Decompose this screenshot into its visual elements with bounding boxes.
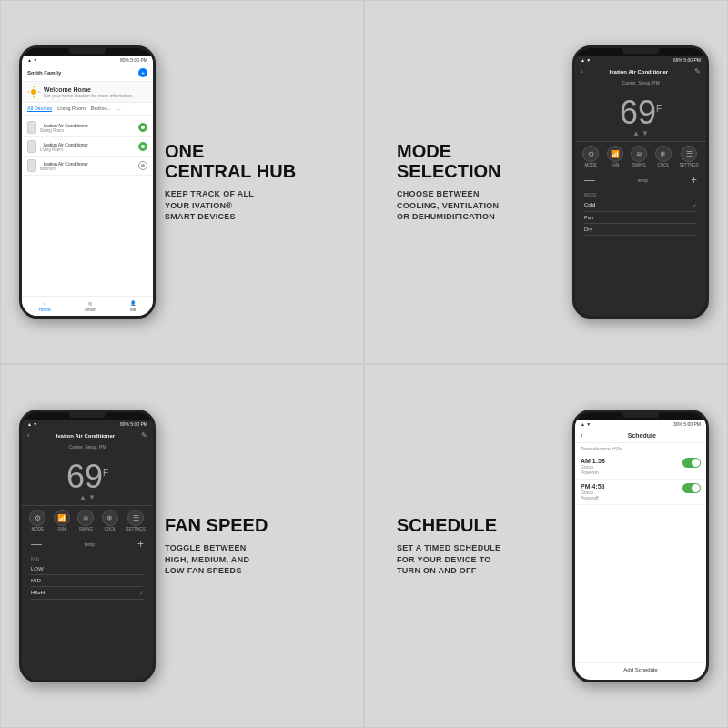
ctrl-fan-label-3: FAN (57, 527, 66, 531)
ctrl-fan-3[interactable]: 📶 FAN (54, 510, 70, 531)
fan-circle-3: 📶 (54, 510, 70, 526)
signal-icon-3: ▲ ▼ (27, 421, 37, 427)
fan-low[interactable]: LOW (31, 563, 144, 575)
power-btn-3[interactable] (138, 161, 147, 170)
sun-icon (27, 86, 40, 98)
schedule-time-2: PM 4:58 (581, 483, 604, 490)
ac-header-2: ‹ Ivation Air Conditioner ✎ (575, 65, 706, 78)
temp-unit-3: F (103, 468, 108, 478)
fan-high-label: HIGH (31, 590, 45, 596)
feature-desc-schedule: SET A TIMED SCHEDULEFOR YOUR DEVICE TOTU… (397, 542, 559, 577)
temp-adjust-row-3: — temp + (22, 535, 153, 553)
back-btn-3[interactable]: ‹ (27, 431, 30, 440)
tab-living-room[interactable]: Living Room (57, 106, 86, 112)
nav-me-label: Me (130, 307, 136, 312)
ctrl-cool-3[interactable]: ❄ COOL (102, 510, 118, 531)
schedule-toggle-1[interactable] (682, 458, 701, 468)
ctrl-mode[interactable]: ⚙ MODE (582, 146, 599, 167)
add-btn[interactable]: + (138, 68, 147, 77)
back-btn-4[interactable]: ‹ (581, 431, 583, 440)
svg-point-0 (31, 89, 36, 95)
tab-bedroom[interactable]: Bedroo... (91, 106, 111, 112)
mode-fan[interactable]: Fan (584, 212, 697, 224)
plus-btn-2[interactable]: + (691, 174, 697, 187)
mode-circle: ⚙ (582, 146, 599, 162)
nav-smart[interactable]: ◎ Smart (85, 300, 96, 312)
mode-dry[interactable]: Dry (584, 224, 697, 236)
tab-more[interactable]: ... (116, 106, 121, 112)
edit-btn-2[interactable]: ✎ (694, 67, 701, 76)
schedule-time-1: AM 1:58 (581, 458, 605, 464)
settings-circle-3: ☰ (127, 510, 144, 526)
device-item-3: Ivation Air Conditioner Bedroom (22, 157, 153, 176)
temp-value-2: 69F (620, 94, 662, 131)
back-btn-2[interactable]: ‹ (581, 67, 583, 76)
schedule-toggle-2[interactable] (682, 483, 701, 493)
battery-status-2: 69% 5:00 PM (673, 57, 701, 63)
device-list: Ivation Air Conditioner Dining Room Ivat… (22, 116, 153, 178)
smart-nav-icon: ◎ (88, 300, 92, 306)
schedule-action-2: Poweroff (581, 495, 604, 500)
minus-btn-2[interactable]: — (584, 174, 595, 187)
power-btn-1[interactable] (138, 123, 147, 132)
ctrl-settings-3[interactable]: ☰ SETTNGS (126, 510, 145, 531)
ac-title-3: Ivation Air Conditioner (56, 433, 115, 439)
mode-cold[interactable]: Cold ✓ (584, 199, 697, 212)
status-bar-3: ▲ ▼ 80% 5:00 PM (22, 420, 153, 429)
ac-icon-1 (27, 121, 36, 134)
nav-home[interactable]: ⌂ Home (38, 300, 50, 312)
ctrl-cool-label-3: COOL (105, 527, 116, 531)
ctrl-swing-3[interactable]: ≋ SWING (77, 510, 94, 531)
schedule-row-2: PM 4:58 Group Poweroff (581, 483, 701, 500)
mode-header-label: MODE (584, 193, 697, 197)
feature-title-schedule: SCHEDULE (397, 515, 559, 535)
plus-btn-3[interactable]: + (137, 538, 144, 551)
feature-title-hub: ONECENTRAL HUB (165, 141, 331, 181)
device-room-1: Dining Room (40, 128, 138, 133)
swing-circle: ≋ (631, 146, 647, 162)
mode-fan-label: Fan (584, 215, 593, 220)
screen-fan: ▲ ▼ 80% 5:00 PM ‹ Ivation Air Conditione… (22, 420, 153, 680)
ctrl-mode-3[interactable]: ⚙ MODE (29, 510, 46, 531)
schedule-subtitle: Time tolerance ±60s (575, 443, 706, 454)
ctrl-settings[interactable]: ☰ SETTNGS (679, 146, 698, 167)
nav-smart-label: Smart (85, 307, 96, 312)
feature-desc-fan: TOGGLE BETWEENHIGH, MEDIUM, ANDLOW FAN S… (165, 542, 331, 577)
minus-btn-3[interactable]: — (31, 538, 42, 551)
battery-status-3: 80% 5:00 PM (120, 421, 147, 427)
mode-circle-3: ⚙ (29, 510, 46, 526)
ctrl-swing-label-3: SWING (79, 527, 93, 531)
screen-schedule: ▲ ▼ 30% 5:00 PM ‹ Schedule Time toleranc… (575, 420, 706, 680)
ctrl-fan[interactable]: 📶 FAN (607, 146, 623, 167)
ac-header-3: ‹ Ivation Air Conditioner ✎ (22, 429, 153, 442)
welcome-text: Welcome Home Set your home location for … (44, 86, 134, 98)
power-btn-2[interactable] (138, 142, 147, 151)
ctrl-settings-label-3: SETTNGS (126, 527, 145, 531)
mode-list-2: MODE Cold ✓ Fan Dry (575, 189, 706, 239)
me-nav-icon: 👤 (130, 300, 136, 306)
device-room-2: Living Room (40, 147, 138, 152)
device-tabs: All Devices Living Room Bedroo... ... (22, 103, 153, 116)
fan-mid[interactable]: MID (31, 575, 144, 587)
temp-display-2: 69F ▲ ▼ (575, 87, 706, 141)
temp-adj-label-3: temp (85, 541, 95, 547)
device-room-3: Bedroom (40, 167, 138, 171)
nav-me[interactable]: 👤 Me (130, 300, 136, 312)
fan-mid-label: MID (31, 578, 41, 583)
ctrl-swing[interactable]: ≋ SWING (631, 146, 647, 167)
ctrl-cool[interactable]: ❄ COOL (655, 146, 672, 167)
network-icon: ▲ ▼ (27, 57, 37, 63)
status-bar-4: ▲ ▼ 30% 5:00 PM (575, 420, 706, 429)
edit-btn-3[interactable]: ✎ (141, 431, 147, 440)
tab-all-devices[interactable]: All Devices (27, 106, 52, 112)
feature-text-schedule: SCHEDULE SET A TIMED SCHEDULEFOR YOUR DE… (383, 501, 572, 591)
phone-2: ▲ ▼ 69% 5:00 PM ‹ Ivation Air Conditione… (572, 46, 709, 318)
battery-status-4: 30% 5:00 PM (673, 421, 701, 427)
schedule-row-1: AM 1:58 Group Poweron (581, 458, 701, 475)
fan-high[interactable]: HIGH ✓ (31, 587, 144, 600)
signal-icon-4: ▲ ▼ (581, 421, 591, 427)
temp-arrows-3: ▲ ▼ (22, 493, 153, 501)
add-schedule-btn[interactable]: Add Schedule (575, 662, 706, 672)
ctrl-fan-label: FAN (611, 163, 619, 167)
control-icons-3: ⚙ MODE 📶 FAN ≋ SWING ❄ COOL (22, 505, 153, 535)
